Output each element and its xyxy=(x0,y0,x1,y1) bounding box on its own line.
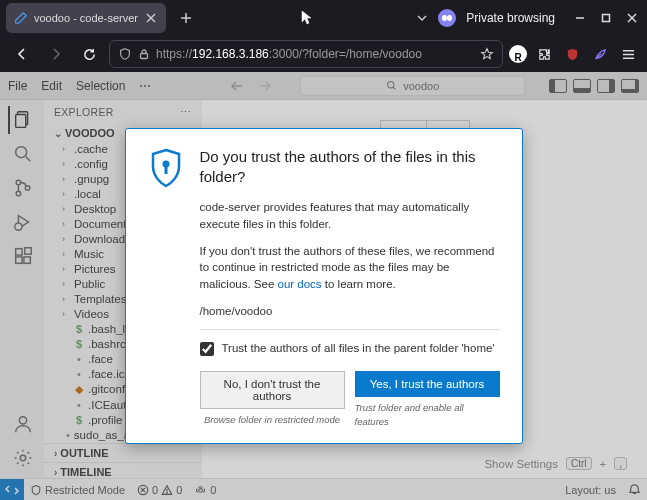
svg-marker-11 xyxy=(482,49,493,59)
code-server-app: File Edit Selection ⋯ voodoo xyxy=(0,72,647,500)
reload-button[interactable] xyxy=(76,43,103,66)
address-bar[interactable]: https://192.168.3.186:3000/?folder=/home… xyxy=(109,40,503,68)
tab-close-button[interactable] xyxy=(144,11,158,25)
feather-icon[interactable] xyxy=(589,43,611,66)
tab-title: voodoo - code-server xyxy=(34,12,138,24)
docs-link[interactable]: our docs xyxy=(277,278,321,290)
trust-parent-checkbox-input[interactable] xyxy=(200,342,214,356)
dialog-text-1: code-server provides features that may a… xyxy=(200,199,500,232)
browser-toolbar: https://192.168.3.186:3000/?folder=/home… xyxy=(0,36,647,72)
ublock-icon[interactable] xyxy=(561,43,583,66)
window-close-button[interactable] xyxy=(623,11,641,25)
hamburger-menu-icon[interactable] xyxy=(617,43,639,66)
tabs-dropdown-icon[interactable] xyxy=(416,14,428,22)
trust-dialog: Do you trust the authors of the files in… xyxy=(125,128,523,443)
private-browsing-icon xyxy=(438,9,456,27)
modal-overlay: Do you trust the authors of the files in… xyxy=(0,72,647,500)
cursor-indicator xyxy=(206,10,408,26)
dialog-title: Do you trust the authors of the files in… xyxy=(200,147,500,186)
svg-point-5 xyxy=(447,15,452,21)
trust-hint: Trust folder and enable all features xyxy=(355,401,500,429)
svg-point-4 xyxy=(442,15,447,21)
dialog-text-2: If you don't trust the authors of these … xyxy=(200,243,500,293)
window-maximize-button[interactable] xyxy=(597,11,615,25)
svg-rect-43 xyxy=(164,166,167,174)
back-button[interactable] xyxy=(8,42,36,66)
url-text: https://192.168.3.186:3000/?folder=/home… xyxy=(156,47,474,61)
svg-rect-7 xyxy=(603,15,610,22)
lock-icon[interactable] xyxy=(138,48,150,60)
private-browsing-label: Private browsing xyxy=(466,11,555,25)
trust-shield-icon xyxy=(148,147,184,187)
forward-button[interactable] xyxy=(42,42,70,66)
new-tab-button[interactable] xyxy=(174,8,198,28)
extensions-icon[interactable] xyxy=(533,43,555,66)
browser-tab[interactable]: voodoo - code-server xyxy=(6,3,166,33)
dont-trust-button[interactable]: No, I don't trust the authors xyxy=(200,371,345,409)
trust-button[interactable]: Yes, I trust the authors xyxy=(355,371,500,397)
window-minimize-button[interactable] xyxy=(571,11,589,25)
tab-favicon xyxy=(14,11,28,25)
trust-parent-checkbox[interactable]: Trust the authors of all files in the pa… xyxy=(200,340,500,357)
svg-rect-10 xyxy=(141,54,148,59)
account-icon[interactable]: R xyxy=(509,45,527,63)
dont-trust-hint: Browse folder in restricted mode xyxy=(204,413,340,427)
dialog-path: /home/voodoo xyxy=(200,303,500,320)
bookmark-star-icon[interactable] xyxy=(480,47,494,61)
browser-tab-strip: voodoo - code-server Private browsing xyxy=(0,0,647,36)
shield-icon[interactable] xyxy=(118,47,132,61)
